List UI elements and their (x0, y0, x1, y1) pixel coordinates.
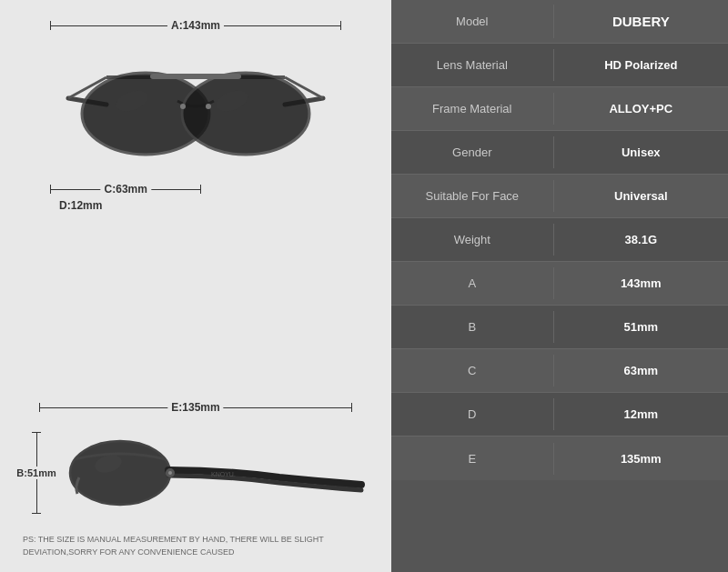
spec-value: Unisex (553, 136, 728, 168)
left-panel: A:143mm (0, 0, 391, 572)
spec-value: ALLOY+PC (553, 93, 728, 125)
svg-text:KNOYU: KNOYU (211, 471, 234, 477)
spec-row: A143mm (391, 262, 728, 306)
svg-point-6 (182, 73, 309, 155)
spec-value: HD Polarized (553, 49, 728, 81)
spec-key: A (391, 267, 553, 299)
spec-key: Suitable For Face (391, 180, 553, 212)
spec-key: Weight (391, 224, 553, 256)
spec-row: ModelDUBERY (391, 0, 728, 44)
dim-a-label: A:143mm (167, 19, 224, 32)
spec-row: Suitable For FaceUniversal (391, 175, 728, 218)
spec-row: Frame MaterialALLOY+PC (391, 87, 728, 131)
top-glasses-section: A:143mm (18, 18, 373, 400)
dim-d-label: D:12mm (59, 199, 102, 212)
svg-point-12 (70, 441, 170, 505)
spec-row: E135mm (391, 437, 728, 480)
spec-value: Universal (553, 180, 728, 212)
ps-note: PS: THE SIZE IS MANUAL MEASUREMENT BY HA… (18, 534, 373, 558)
spec-key: Model (391, 5, 553, 37)
spec-value: 135mm (553, 443, 728, 475)
spec-row: Lens MaterialHD Polarized (391, 44, 728, 87)
svg-point-10 (180, 104, 186, 109)
spec-row: C63mm (391, 349, 728, 393)
spec-row: D12mm (391, 393, 728, 437)
spec-value: 38.1G (553, 224, 728, 256)
glasses-front-view (50, 35, 341, 180)
dim-e-label: E:135mm (167, 401, 223, 414)
spec-key: Lens Material (391, 49, 553, 81)
spec-key: D (391, 398, 553, 430)
spec-value: 12mm (553, 398, 728, 430)
side-view-container: B:51mm KN (18, 423, 373, 523)
bottom-glasses-section: E:135mm B:51mm (18, 400, 373, 523)
svg-rect-9 (150, 74, 241, 79)
spec-key: Frame Material (391, 93, 553, 125)
spec-row: Weight38.1G (391, 218, 728, 262)
spec-row: B51mm (391, 306, 728, 349)
spec-value: 143mm (553, 267, 728, 299)
spec-value: 63mm (553, 355, 728, 386)
spec-key: Gender (391, 136, 553, 168)
spec-key: C (391, 355, 553, 386)
spec-row: GenderUnisex (391, 131, 728, 175)
dim-c-label: C:63mm (101, 183, 151, 196)
svg-point-11 (206, 104, 211, 109)
spec-value: DUBERY (553, 5, 728, 38)
svg-point-16 (168, 471, 172, 475)
spec-key: B (391, 311, 553, 343)
spec-key: E (391, 443, 553, 475)
spec-value: 51mm (553, 311, 728, 343)
dim-b-label: B:51mm (15, 467, 57, 479)
glasses-side-view: KNOYU (58, 423, 373, 523)
specs-table: ModelDUBERYLens MaterialHD PolarizedFram… (391, 0, 728, 572)
